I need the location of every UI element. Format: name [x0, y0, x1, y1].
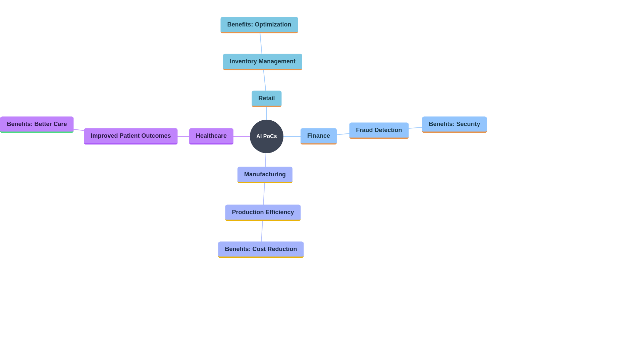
healthcare-node[interactable]: Healthcare — [189, 128, 233, 145]
center-node[interactable]: AI PoCs — [250, 120, 283, 153]
inventory-node[interactable]: Inventory Management — [223, 54, 302, 70]
improved-patient-node[interactable]: Improved Patient Outcomes — [84, 128, 177, 145]
connections-svg — [0, 0, 644, 362]
fraud-detection-node[interactable]: Fraud Detection — [349, 123, 409, 139]
retail-node[interactable]: Retail — [252, 91, 281, 107]
mind-map: AI PoCs Retail Inventory Management Bene… — [0, 0, 644, 362]
benefits-security-node[interactable]: Benefits: Security — [422, 117, 487, 133]
production-efficiency-node[interactable]: Production Efficiency — [225, 205, 301, 221]
cost-reduction-node[interactable]: Benefits: Cost Reduction — [218, 242, 304, 258]
better-care-node[interactable]: Benefits: Better Care — [0, 117, 73, 133]
benefits-optimization-node[interactable]: Benefits: Optimization — [220, 17, 298, 34]
finance-node[interactable]: Finance — [301, 128, 337, 145]
manufacturing-node[interactable]: Manufacturing — [237, 167, 292, 183]
